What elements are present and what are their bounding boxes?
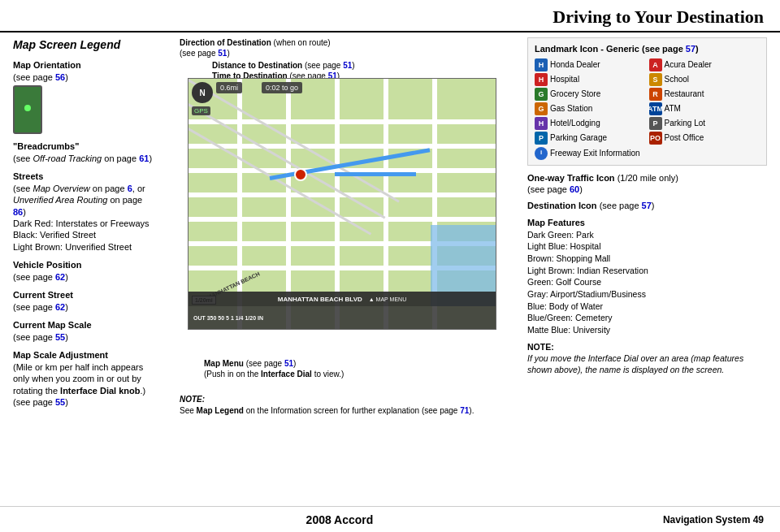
gps-label: GPS [192, 106, 210, 115]
landmark-restaurant: R Restaurant [649, 88, 760, 101]
map-orientation-item: Map Orientation (see page 56) [13, 59, 155, 134]
streets-item: Streets (see Map Overview on page 6, or … [13, 171, 155, 253]
hud-time: 0:02 to go [262, 82, 302, 93]
center-column: Direction of Destination (when on route)… [163, 37, 519, 508]
road-h1 [188, 119, 496, 124]
landmark-grocery: G Grocery Store [535, 88, 646, 101]
road-h2 [188, 144, 496, 149]
direction-callout: Direction of Destination (when on route)… [180, 37, 331, 58]
street-name: MANHATTAN BEACH BLVD [278, 296, 362, 303]
atm-icon: ATM [649, 102, 662, 115]
right-column: Landmark Icon - Generic (see page 57) H … [527, 37, 767, 508]
page-footer: 2008 Accord Navigation System 49 [0, 506, 780, 532]
map-menu-callout: Map Menu (see page 51) (Push in on the I… [204, 358, 344, 379]
acura-icon: A [649, 58, 662, 71]
map-features-box: Map Features Dark Green: Park Light Blue… [527, 217, 767, 336]
hotel-icon: H [535, 117, 548, 130]
landmark-atm: ATM ATM [649, 102, 760, 115]
landmark-acura: A Acura Dealer [649, 58, 760, 71]
landmark-box: Landmark Icon - Generic (see page 57) H … [527, 37, 767, 166]
parking-garage-icon: P [535, 132, 548, 145]
vehicle-position-title: Vehicle Position [13, 259, 155, 271]
streets-title: Streets [13, 171, 155, 183]
gas-station-icon: G [535, 102, 548, 115]
current-street-title: Current Street [13, 289, 155, 301]
left-column: Map Screen Legend Map Orientation (see p… [13, 37, 155, 508]
current-map-scale-item: Current Map Scale (see page 55) [13, 319, 155, 343]
page-header: Driving to Your Destination [0, 0, 780, 32]
vehicle-marker [294, 168, 307, 181]
landmark-honda: H Honda Dealer [535, 58, 646, 71]
map-scale-adj-item: Map Scale Adjustment (Mile or km per hal… [13, 349, 155, 408]
parking-lot-icon: P [649, 117, 662, 130]
freeway-exit-icon: i [535, 147, 548, 160]
hud-distance: 0.6mi [216, 82, 242, 93]
landmark-hotel: H Hotel/Lodging [535, 117, 646, 130]
landmark-grid: H Honda Dealer A Acura Dealer H Hospital… [535, 58, 760, 145]
map-container: MANHATTAN BEACH N 0.6mi 0:02 to go GPS 1… [188, 78, 496, 330]
map-orientation-body: (see page 56) [13, 71, 155, 83]
breadcrumbs-item: "Breadcrumbs" (see Off-road Tracking on … [13, 141, 155, 164]
landmark-generic-title: Landmark Icon - Generic [535, 44, 639, 54]
footer-center: 2008 Accord [16, 513, 663, 526]
landmark-post-office: PO Post Office [649, 132, 760, 145]
vehicle-position-item: Vehicle Position (see page 62) [13, 259, 155, 283]
footer-right: Navigation System 49 [663, 514, 764, 526]
map-scale-adj-title: Map Scale Adjustment [13, 349, 155, 361]
post-office-icon: PO [649, 132, 662, 145]
bottom-note: NOTE: See Map Legend on the Information … [180, 394, 480, 417]
one-way-traffic-item: One-way Traffic Icon (1/20 mile only)(se… [527, 172, 767, 196]
map-bottom-bar: OUT 350 50 5 1 1/4 1/20 IN [188, 306, 496, 329]
features-list: Dark Green: Park Light Blue: Hospital Br… [527, 229, 767, 336]
current-street-item: Current Street (see page 62) [13, 289, 155, 313]
landmark-parking-garage: P Parking Garage [535, 132, 646, 145]
landmark-hospital: H Hospital [535, 73, 646, 86]
school-icon: S [649, 73, 662, 86]
grocery-icon: G [535, 88, 548, 101]
streets-body: (see Map Overview on page 6, or Unverifi… [13, 183, 155, 253]
restaurant-icon: R [649, 88, 662, 101]
breadcrumb-icon [13, 85, 42, 134]
map-menu-label: ▲ MAP MENU [369, 296, 406, 302]
map-orientation-title: Map Orientation [13, 59, 155, 71]
main-content: Map Screen Legend Map Orientation (see p… [0, 37, 780, 508]
destination-icon-item: Destination Icon (see page 57) [527, 200, 767, 211]
street-name-bar: MANHATTAN BEACH BLVD ▲ MAP MENU [188, 292, 496, 306]
current-map-scale-title: Current Map Scale [13, 319, 155, 331]
landmark-freeway: i Freeway Exit Information [535, 147, 760, 160]
page-title: Driving to Your Destination [16, 6, 764, 28]
distance-callout: Distance to Destination (see page 51) [212, 61, 355, 70]
blue-route-2 [335, 172, 416, 176]
landmark-parking-lot: P Parking Lot [649, 117, 760, 130]
compass: N [192, 82, 213, 103]
hospital-icon: H [535, 73, 548, 86]
honda-icon: H [535, 58, 548, 71]
breadcrumbs-body: (see Off-road Tracking on page 61) [13, 153, 155, 164]
breadcrumbs-title: "Breadcrumbs" [13, 141, 155, 153]
section-title: Map Screen Legend [13, 37, 155, 53]
landmark-gas: G Gas Station [535, 102, 646, 115]
landmark-school: S School [649, 73, 760, 86]
dist-bar-label: OUT 350 50 5 1 1/4 1/20 IN [193, 315, 263, 321]
note-box: NOTE: If you move the Interface Dial ove… [527, 341, 767, 376]
